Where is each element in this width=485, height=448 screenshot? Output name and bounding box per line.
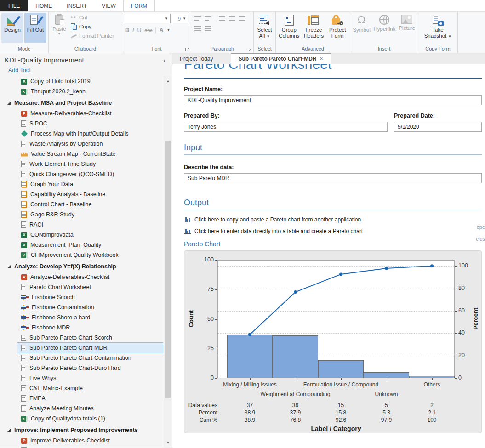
doc-tab-active[interactable]: Sub Pareto Pareto Chart-MDR×: [231, 53, 331, 64]
copy-button[interactable]: Copy: [69, 22, 115, 31]
tree-item-selected[interactable]: Sub Pareto Pareto Chart-MDR: [17, 343, 163, 353]
tree-item[interactable]: RACI: [0, 220, 164, 230]
tree-item[interactable]: Fishbone MDR: [0, 323, 164, 333]
tree-item[interactable]: Copy of Hold total 2019: [0, 76, 164, 86]
take-snapshot-button[interactable]: TakeSnapshot ▼: [423, 13, 453, 43]
add-tool-link[interactable]: Add Tool: [0, 65, 172, 76]
tree-section[interactable]: Analyze: Develop Y=f(X) Relationship: [0, 261, 164, 272]
enter-data-link[interactable]: Click here to enter data directly into a…: [184, 225, 482, 237]
design-label: Design: [4, 27, 21, 33]
table-value: 37.9: [277, 409, 314, 416]
design-button[interactable]: Design: [1, 13, 23, 43]
protect-form-button[interactable]: ProtectForm: [326, 13, 348, 43]
cumulative-point: [248, 333, 251, 336]
tree-item[interactable]: Five Whys: [0, 373, 164, 383]
tree-item[interactable]: Work Element Time Study: [0, 159, 164, 169]
fill-out-button[interactable]: Fill Out: [24, 13, 46, 43]
tree-item-label: Improve-Deliverables-Checklist: [30, 437, 110, 444]
bar-chart-icon: [184, 228, 191, 234]
tree-item[interactable]: CI IMprovement Quality Workbook: [0, 250, 164, 260]
tree-item[interactable]: Measurement_Plan_Quality: [0, 240, 164, 250]
tree-item-label: Sub Pareto Pareto Chart-MDR: [29, 345, 108, 351]
clipboard-group-label: Clipboard: [50, 45, 120, 53]
prepared-by-input[interactable]: [184, 122, 388, 132]
bold-button: B: [125, 27, 129, 34]
truncated-open-link[interactable]: ope: [477, 224, 485, 230]
close-icon[interactable]: ×: [320, 56, 323, 62]
collapse-triangle-icon[interactable]: [7, 102, 11, 105]
project-name-input[interactable]: [184, 95, 482, 105]
ribbon-tab-home[interactable]: HOME: [28, 0, 59, 11]
category-label: Others: [382, 381, 482, 388]
prepared-date-input[interactable]: [394, 122, 482, 132]
tree-item[interactable]: Sub Pareto Pareto Chart-Contamination: [0, 353, 164, 363]
tree-item[interactable]: Fishbone Shore a hard: [0, 312, 164, 323]
paste-button: Paste ▼: [50, 13, 68, 43]
tree-item[interactable]: CONtImprovdata: [0, 230, 164, 240]
excel-icon: [21, 79, 27, 85]
tree-item-label: Analyze Meeting Minutes: [29, 405, 94, 412]
group-columns-button[interactable]: GroupColumns: [277, 13, 301, 43]
tree-item[interactable]: Measure-Deliverables-Checklist: [0, 108, 164, 119]
truncated-close-link[interactable]: clos: [476, 236, 485, 242]
tree-item[interactable]: Value Stream Map - CurrentState: [0, 149, 164, 159]
collapse-triangle-icon[interactable]: [7, 265, 11, 268]
cumulative-point: [430, 264, 434, 267]
ribbon-tab-form[interactable]: FORM: [123, 0, 155, 11]
tree-section[interactable]: Measure: MSA and Project Baseline: [0, 97, 164, 108]
numbered-list-icon: [205, 16, 211, 21]
ribbon-tab-file[interactable]: FILE: [0, 0, 28, 11]
bar-chart-icon: [184, 217, 191, 222]
ribbon-group-clipboard: Paste ▼ ✂ Cut Copy Format Painter: [49, 12, 122, 53]
tree-item[interactable]: Capability Analysis - Baseline: [0, 189, 164, 199]
copy-icon: [71, 23, 77, 30]
ppt-icon: [21, 111, 27, 117]
collapse-triangle-icon[interactable]: [7, 429, 11, 432]
sidebar-scrollbar[interactable]: ▲ ▼: [164, 76, 171, 448]
tree-item[interactable]: Waste Analysis by Operation: [0, 139, 164, 149]
bullet-list-icon: [194, 16, 201, 21]
tree-section[interactable]: Improve: Implement Proposed Improvements: [0, 425, 164, 436]
tree-item[interactable]: Analyze-Deliverables-Checklist: [0, 272, 164, 282]
doc-tab-inactive[interactable]: Project Today: [172, 53, 221, 64]
tree-item[interactable]: Sub Pareto Pareto Chart-Scorch: [0, 333, 164, 343]
tree-item[interactable]: Process Map with Input/Output Details: [0, 129, 164, 139]
describe-data-input[interactable]: [184, 173, 482, 183]
form-icon: [21, 120, 26, 127]
tree-item[interactable]: Analyze Meeting Minutes: [0, 403, 164, 414]
ribbon-tab-view[interactable]: VIEW: [94, 0, 123, 11]
form-icon: [21, 345, 26, 351]
advanced-group-label: Advanced: [277, 45, 348, 53]
tree-item[interactable]: Graph Your Data: [0, 179, 164, 189]
scroll-down-icon[interactable]: ▼: [164, 439, 172, 447]
scrollbar-thumb[interactable]: [165, 141, 171, 398]
tree-item[interactable]: C&E Matrix-Example: [0, 383, 164, 393]
tree-item[interactable]: Pareto Chart Worksheet: [0, 282, 164, 292]
tree-item[interactable]: Capability Analysis - Final: [0, 446, 164, 448]
table-value: 2.1: [414, 409, 451, 416]
copy-paste-pareto-link[interactable]: Click here to copy and paste a Pareto ch…: [184, 214, 482, 225]
font-dialog-launcher: [185, 48, 189, 51]
tree-item[interactable]: Fishbone Contamination: [0, 302, 164, 312]
sidebar-collapse-icon[interactable]: ‹: [161, 57, 167, 64]
tree-item[interactable]: SIPOC: [0, 119, 164, 129]
select-all-button[interactable]: SelectAll ▼: [255, 13, 274, 43]
tree-item[interactable]: Quick Changeover (QCO-SMED): [0, 169, 164, 179]
tree-item[interactable]: Copy of Qualitydata totals (1): [0, 414, 164, 424]
count-tick-label: 0: [197, 374, 214, 381]
tree-item[interactable]: Control Chart - Baseline: [0, 199, 164, 210]
analysis-icon: [21, 181, 27, 188]
tree-item[interactable]: Fishbone Scorch: [0, 292, 164, 302]
scroll-up-icon[interactable]: ▲: [164, 77, 172, 85]
format-painter-button: Format Painter: [69, 31, 115, 40]
tree-item[interactable]: FMEA: [0, 393, 164, 403]
project-sidebar: KDL-Quality Improvement ‹ Add Tool Copy …: [0, 53, 172, 448]
freeze-headers-button[interactable]: FreezeHeaders: [302, 13, 326, 43]
form-content: Pareto Chart Worksheet Project Name: Pre…: [172, 64, 485, 448]
tree-item[interactable]: Thruput 2020.2_kenn: [0, 86, 164, 96]
ribbon-tab-insert[interactable]: INSERT: [59, 0, 94, 11]
tree-item[interactable]: Sub Pareto Pareto Chart-Duro Hard: [0, 363, 164, 373]
tree-item[interactable]: Improve-Deliverables-Checklist: [0, 436, 164, 446]
tree-item[interactable]: Gage R&R Study: [0, 210, 164, 220]
paste-dropdown-arrow: ▼: [57, 32, 61, 36]
